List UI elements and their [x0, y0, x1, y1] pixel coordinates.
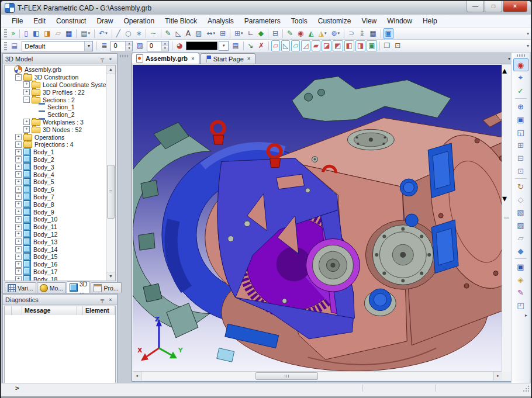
tree-item-body-11[interactable]: + Body_11 — [5, 223, 106, 231]
panel-tab-variables[interactable]: Vari... — [5, 282, 36, 293]
boolean-cut-icon[interactable]: ◮▾ — [317, 28, 329, 39]
column-header[interactable]: Element — [83, 306, 115, 316]
close-button[interactable]: × — [503, 1, 527, 12]
hatch-icon[interactable]: ▨▾ — [194, 28, 203, 39]
menu-analysis[interactable]: Analysis — [203, 16, 239, 26]
tree-item-lcs[interactable]: + Local Coordinate Systems : 297 — [5, 81, 106, 89]
panel-tab-3d-model[interactable]: 3D ... — [67, 281, 90, 293]
menu-help[interactable]: Help — [418, 16, 442, 26]
level-icon[interactable]: ▨ — [134, 40, 144, 51]
tree-expander[interactable]: + — [15, 134, 22, 140]
open-document-icon[interactable]: ▱▾ — [54, 28, 63, 39]
doc-tab-assembly[interactable]: Assembly.grb × — [132, 53, 199, 64]
color-palette-icon[interactable]: ◕ — [175, 40, 184, 51]
close-icon[interactable]: × — [106, 297, 115, 303]
tree-item-body-5[interactable]: + Body_5 — [5, 178, 106, 186]
tree-expander[interactable]: + — [15, 201, 22, 207]
selector-filter-nodes-icon[interactable]: ▱ — [271, 40, 280, 51]
tree-item-body-16[interactable]: + Body_16 — [5, 261, 106, 268]
menu-view[interactable]: View — [357, 16, 381, 26]
undo-icon[interactable]: ↶▾ — [97, 28, 109, 39]
toolbar-grip[interactable] — [517, 54, 525, 57]
tree-expander[interactable]: + — [15, 238, 22, 245]
scroll-up-icon[interactable]: ▴ — [502, 65, 511, 76]
circle-icon[interactable]: ○▾ — [123, 28, 133, 39]
start-page-toggle-icon[interactable]: ▣▾ — [384, 28, 393, 39]
tree-item-body-4[interactable]: + Body_4 — [5, 171, 106, 178]
tree-expander[interactable] — [32, 112, 37, 117]
tree-item-workplanes[interactable]: + Workplanes : 3 — [5, 119, 106, 126]
menu-parameters[interactable]: Parameters — [240, 16, 285, 26]
spline-icon[interactable]: ~▾ — [148, 28, 158, 39]
tree-expander[interactable]: − — [23, 96, 30, 103]
shaded-wireframe-mode-icon[interactable]: ▧ — [513, 206, 528, 219]
solid-mode-icon[interactable]: ◆ — [513, 244, 528, 257]
menu-customize[interactable]: Customize — [313, 16, 356, 26]
grid-icon[interactable]: ⊞▾ — [233, 28, 245, 39]
tree-expander[interactable]: + — [15, 186, 22, 193]
text-icon[interactable]: A▾ — [184, 28, 192, 39]
toolbar-overflow-icon[interactable]: ▾ — [527, 31, 529, 36]
menu-window[interactable]: Window — [382, 16, 417, 26]
sketch-icon[interactable]: ✎▾ — [164, 28, 173, 39]
scrollbar-thumb[interactable] — [502, 76, 511, 193]
tree-expander[interactable]: + — [23, 126, 30, 133]
coordinate-system-icon[interactable]: ∟▾ — [246, 28, 255, 39]
selector-filter-lines-icon[interactable]: ◺ — [281, 40, 290, 51]
menu-file[interactable]: File — [7, 16, 27, 26]
color-dropdown-icon[interactable]: ▾ — [219, 41, 229, 51]
pin-icon[interactable]: ╤ — [98, 56, 106, 62]
tree-item-section-2[interactable]: Section_2 — [5, 111, 106, 119]
pin-icon[interactable]: ╤ — [98, 297, 106, 303]
tree-item-projections[interactable]: + Projections : 4 — [5, 141, 106, 148]
scrollbar-thumb[interactable] — [255, 372, 318, 380]
title-bar[interactable]: T-FLEX Parametric CAD - G:\Assembly.grb … — [1, 1, 531, 15]
toolbar-grip[interactable] — [4, 42, 7, 50]
tree-expander[interactable]: + — [15, 164, 22, 170]
tree-item-sections[interactable]: − Sections : 2 — [5, 96, 106, 103]
selector-filter-contours-icon[interactable]: ▱ — [291, 40, 300, 51]
3d-model-render[interactable]: Z X Y — [133, 65, 502, 372]
menu-title-block[interactable]: Title Block — [160, 16, 202, 26]
tree-expander[interactable]: + — [15, 246, 22, 252]
tree-item-3d-nodes[interactable]: + 3D Nodes : 52 — [5, 126, 106, 133]
cancel-selection-icon[interactable]: ✗ — [257, 40, 266, 51]
column-header[interactable] — [12, 306, 22, 316]
model-panel-header[interactable]: 3D Model ╤ × — [3, 54, 117, 64]
scrollbar-thumb[interactable] — [107, 165, 115, 219]
save-document-icon[interactable]: ▦▾ — [64, 28, 74, 39]
toolbar-grip[interactable] — [4, 29, 7, 37]
new-window-icon[interactable]: ◰ — [513, 299, 528, 312]
layer-spinner[interactable]: 0▲▼ — [110, 41, 133, 51]
tree-expander[interactable] — [32, 105, 37, 110]
tree-expander[interactable]: + — [15, 224, 22, 230]
tree-expander[interactable]: + — [15, 209, 22, 215]
column-header[interactable]: Message — [22, 306, 77, 316]
tree-expander[interactable]: + — [15, 193, 22, 200]
menu-edit[interactable]: Edit — [29, 16, 50, 26]
close-icon[interactable]: × — [247, 56, 251, 62]
selector-filter-all-icon[interactable]: ▣ — [367, 40, 376, 51]
tree-expander[interactable]: + — [15, 179, 22, 185]
command-prompt[interactable]: > — [1, 385, 19, 392]
measure-icon[interactable]: ↨▾ — [357, 28, 367, 39]
menu-draw[interactable]: Draw — [92, 16, 118, 26]
previous-view-icon[interactable]: ⊟ — [513, 151, 528, 164]
minimize-button[interactable]: — — [467, 1, 484, 12]
scroll-left-icon[interactable]: ◂ — [133, 372, 141, 380]
tree-expander[interactable]: + — [15, 141, 22, 148]
tree-expander[interactable]: + — [15, 156, 22, 162]
workplane-icon[interactable]: ◆▾ — [257, 28, 265, 39]
tree-item-operations[interactable]: + Operations — [5, 133, 106, 141]
tree-item-assembly[interactable]: Assembly.grb — [5, 66, 106, 74]
new-fragment-icon[interactable]: ◨▾ — [42, 28, 52, 39]
viewport-horizontal-scrollbar[interactable]: ◂ ▸ — [133, 371, 502, 380]
snap-settings-icon[interactable]: ⌖ — [513, 71, 528, 84]
tree-item-body-8[interactable]: + Body_8 — [5, 200, 106, 208]
convert-2d-3d-icon[interactable]: ⊡ — [393, 40, 402, 51]
selector-filter-texts-icon[interactable]: ▰ — [312, 40, 320, 51]
tree-item-3d-construction[interactable]: − 3D Construction — [5, 74, 106, 81]
zoom-all-icon[interactable]: ◱ — [513, 126, 528, 139]
tree-item-body-13[interactable]: + Body_13 — [5, 238, 106, 245]
style-combobox[interactable]: Default▼ — [22, 41, 93, 51]
